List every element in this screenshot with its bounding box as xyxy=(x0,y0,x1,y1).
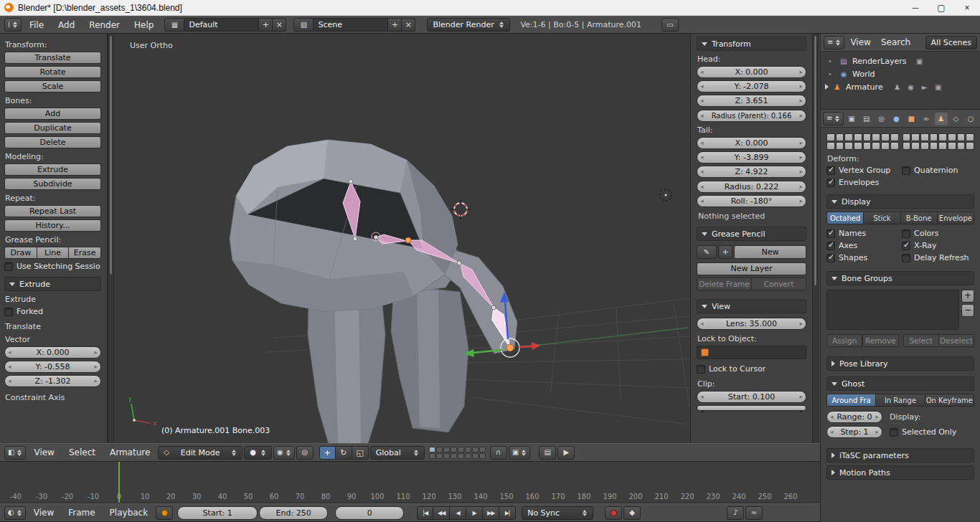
layer-toggle[interactable] xyxy=(826,133,835,141)
close-button[interactable]: × xyxy=(954,0,980,16)
3d-viewport[interactable]: x y User Ortho (0) Armature.001 Bone.003 xyxy=(114,34,690,443)
layer-toggle[interactable] xyxy=(938,133,947,141)
screen-layout-name[interactable]: Default xyxy=(184,18,259,32)
view3d-editor-type-button[interactable]: ◧ xyxy=(4,446,26,460)
ghost-panel-header[interactable]: Ghost xyxy=(826,376,974,391)
npanel-scrollbar-thumb[interactable] xyxy=(814,35,817,286)
opengl-render-button[interactable]: ▤ xyxy=(539,446,556,460)
layer-toggle[interactable] xyxy=(920,142,929,150)
axes-checkbox[interactable] xyxy=(826,242,835,250)
tail-x-field[interactable]: X: 0.000 xyxy=(697,137,806,149)
menu-add[interactable]: Add xyxy=(52,16,81,34)
layer-toggle[interactable] xyxy=(872,133,880,141)
deselect-button[interactable]: Deselect xyxy=(939,334,974,347)
frame-start-field[interactable]: Start: 1 xyxy=(177,506,258,520)
audio-sync-button[interactable]: ♪ xyxy=(727,506,744,520)
delete-layout-button[interactable]: × xyxy=(273,18,286,32)
header-layer-toggle[interactable] xyxy=(436,447,443,452)
ghost-around-frame[interactable]: Around Fra xyxy=(826,394,876,407)
toolshelf-scrollbar[interactable] xyxy=(108,34,114,443)
display-mode-stick[interactable]: Stick xyxy=(864,212,900,224)
layer-toggle[interactable] xyxy=(872,142,880,150)
use-preview-range-toggle[interactable] xyxy=(156,506,173,520)
delete-scene-button[interactable]: × xyxy=(402,18,415,32)
ghost-step-field[interactable]: Step: 1 xyxy=(826,426,882,438)
render-engine-dropdown[interactable]: Blender Render xyxy=(427,18,510,32)
gp-new-button[interactable]: New xyxy=(734,245,806,259)
disclosure-icon[interactable]: • xyxy=(825,70,835,78)
layer-toggle[interactable] xyxy=(836,142,844,150)
pivot-point-dropdown[interactable]: ◉ xyxy=(273,446,295,460)
timeline-editor-type-button[interactable]: ◐ xyxy=(4,506,26,520)
select-button[interactable]: Select xyxy=(903,334,939,347)
sync-mode-dropdown[interactable]: No Sync xyxy=(522,506,593,520)
bone-groups-panel-header[interactable]: Bone Groups xyxy=(826,271,974,285)
bone-groups-list[interactable] xyxy=(826,290,959,330)
extrude-vector-x-field[interactable]: X: 0.000 xyxy=(4,346,101,359)
disclosure-icon[interactable] xyxy=(825,84,829,90)
screen-layout-icon[interactable]: ▦ xyxy=(164,18,184,32)
xray-checkbox[interactable] xyxy=(902,242,910,250)
tail-z-field[interactable]: Z: 4.922 xyxy=(697,166,806,178)
layer-toggle[interactable] xyxy=(920,133,929,141)
head-y-field[interactable]: Y: -2.078 xyxy=(697,80,806,92)
tab-constraints[interactable]: ∞ xyxy=(919,111,933,125)
header-layer-toggle[interactable] xyxy=(479,447,486,452)
current-frame-field[interactable]: 0 xyxy=(335,506,404,520)
header-layer-toggle[interactable] xyxy=(458,447,464,452)
pencil-icon-button[interactable]: ✎ xyxy=(697,245,717,259)
remove-bone-group-button[interactable]: − xyxy=(961,304,974,317)
mode-dropdown[interactable]: ◇ Edit Mode xyxy=(158,446,242,460)
manipulator-scale-toggle[interactable]: ◱ xyxy=(352,446,369,460)
colors-checkbox[interactable] xyxy=(902,229,910,238)
sketching-session-checkbox[interactable] xyxy=(4,262,13,271)
transform-panel-header[interactable]: Transform xyxy=(697,37,806,51)
header-layer-toggle[interactable] xyxy=(458,453,464,459)
layer-toggle[interactable] xyxy=(826,142,835,150)
header-layer-toggle[interactable] xyxy=(465,453,471,459)
display-mode-bbone[interactable]: B-Bone xyxy=(901,212,938,224)
layer-toggle[interactable] xyxy=(930,142,938,150)
envelopes-checkbox[interactable] xyxy=(826,179,835,187)
tab-bone[interactable]: ◇ xyxy=(949,111,963,125)
head-x-field[interactable]: X: 0.000 xyxy=(697,66,806,78)
remove-button[interactable]: Remove xyxy=(862,334,898,347)
outliner-item-world[interactable]: • ◉ World xyxy=(825,67,977,80)
delete-frame-button[interactable]: Delete Frame xyxy=(697,277,752,290)
layer-toggle[interactable] xyxy=(930,133,938,141)
layer-toggle[interactable] xyxy=(844,142,853,150)
header-layer-toggle[interactable] xyxy=(465,447,471,452)
transform-orientation-dropdown[interactable]: Global xyxy=(370,446,425,460)
gp-draw-button[interactable]: Draw xyxy=(4,247,37,259)
ghost-range-field[interactable]: Range: 0 xyxy=(826,411,882,423)
layer-toggle[interactable] xyxy=(881,133,890,141)
convert-button[interactable]: Convert xyxy=(752,277,806,290)
layer-toggle[interactable] xyxy=(890,142,899,150)
header-layer-toggle[interactable] xyxy=(429,453,435,459)
npanel-scrollbar[interactable] xyxy=(812,34,819,443)
header-layer-toggle[interactable] xyxy=(451,447,457,452)
outliner-display-mode-dropdown[interactable]: All Scenes xyxy=(925,36,977,49)
viewport-shading-dropdown[interactable]: ● xyxy=(244,446,272,460)
manipulator-rotate-toggle[interactable]: ↻ xyxy=(336,446,352,460)
ghost-on-keyframe[interactable]: On Keyframe xyxy=(925,394,974,407)
outliner-item-label[interactable]: Armature xyxy=(846,82,883,92)
header-layer-toggle[interactable] xyxy=(443,447,450,452)
outliner-menu-search[interactable]: Search xyxy=(877,34,915,51)
manipulator-arrow-x[interactable] xyxy=(532,342,540,350)
restrict-select-icon[interactable]: ♟ xyxy=(892,83,903,91)
names-checkbox[interactable] xyxy=(826,229,835,238)
display-panel-header[interactable]: Display xyxy=(826,194,974,209)
layer-toggle[interactable] xyxy=(863,133,872,141)
layer-toggle[interactable] xyxy=(948,142,956,150)
lamp-object[interactable] xyxy=(660,189,672,201)
layer-toggle[interactable] xyxy=(836,133,844,141)
view3d-menu-view[interactable]: View xyxy=(27,444,60,461)
translate-button[interactable]: Translate xyxy=(4,52,101,64)
timeline-menu-view[interactable]: View xyxy=(27,504,60,521)
forked-checkbox[interactable] xyxy=(4,308,13,316)
layer-toggle[interactable] xyxy=(966,133,974,141)
menu-help[interactable]: Help xyxy=(128,16,160,34)
layer-toggle[interactable] xyxy=(863,142,872,150)
toolshelf-scrollbar-thumb[interactable] xyxy=(109,35,113,275)
